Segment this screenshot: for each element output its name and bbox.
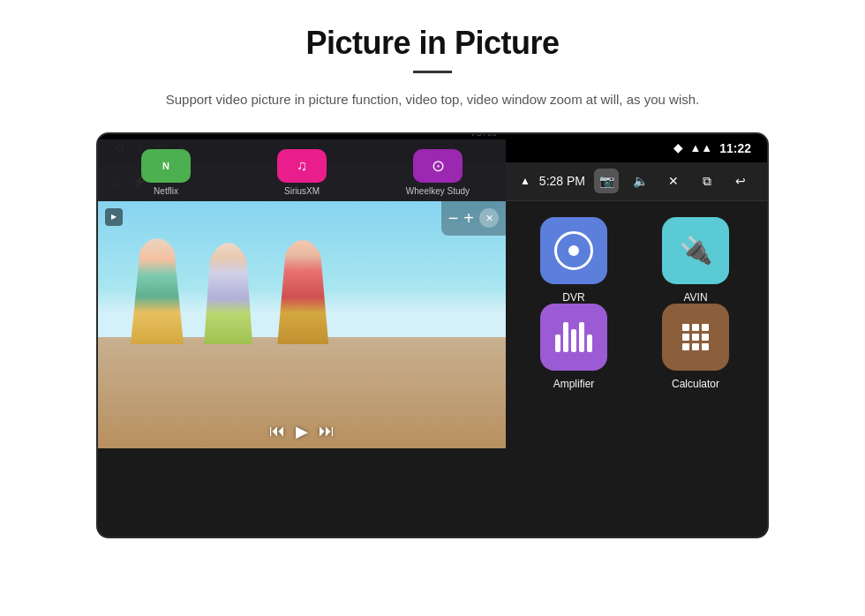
calc-key-1 — [682, 324, 689, 331]
calc-key-7 — [682, 343, 689, 350]
app-item-amplifier[interactable]: Amplifier — [513, 304, 635, 390]
netflix-icon: N — [141, 149, 191, 183]
dvr-dot — [568, 245, 579, 256]
siriusxm-label: SiriusXM — [284, 186, 320, 196]
page-subtitle: Support video picture in picture functio… — [166, 89, 699, 111]
apps-grid: DVR 🔌 AVIN — [502, 201, 767, 233]
pip-forward-btn[interactable]: ⏭ — [319, 422, 335, 440]
nav-bar-right: ▲ 5:28 PM 📷 🔈 ✕ ⧉ ↩ — [520, 169, 753, 193]
amp-bar-2 — [563, 322, 568, 352]
bottom-app-siriusxm[interactable]: ♫ SiriusXM — [234, 149, 370, 196]
bottom-app-wheelkey[interactable]: ⊙ Wheelkey Study — [370, 149, 506, 196]
page-title: Picture in Picture — [305, 25, 559, 62]
avin-pin-icon: 🔌 — [680, 235, 712, 266]
volume-nav-icon[interactable]: 🔈 — [628, 169, 652, 193]
avin-label: AVIN — [683, 291, 707, 304]
person-2 — [204, 243, 252, 344]
amplifier-label: Amplifier — [553, 378, 595, 390]
app-item-calculator[interactable]: Calculator — [635, 304, 756, 390]
status-time: 11:22 — [719, 141, 751, 155]
amp-bar-4 — [579, 322, 584, 352]
pip-nav-icon[interactable]: ⧉ — [695, 169, 719, 193]
calc-key-8 — [692, 343, 699, 350]
amp-bar-5 — [587, 334, 592, 352]
device-frame: ◁ ○ □ ♪ ◆ ▲▲ 11:22 ⌂ ⚡ ▲ 5:28 PM 📷 🔈 — [96, 132, 769, 538]
app-item-dvr[interactable]: DVR — [513, 217, 635, 304]
pip-container[interactable]: ▶ − + ✕ ⏮ ▶ ⏭ — [98, 201, 506, 448]
page-container: Picture in Picture Support video picture… — [0, 0, 865, 616]
dvr-icon — [540, 217, 607, 284]
dvr-label: DVR — [562, 291, 584, 304]
pip-close-btn[interactable]: ✕ — [479, 208, 499, 228]
calculator-icon — [662, 304, 729, 371]
calculator-label: Calculator — [672, 378, 719, 390]
app-item-avin[interactable]: 🔌 AVIN — [635, 217, 756, 304]
bottom-apps-row: N Netflix ♫ SiriusXM ⊙ Wheelkey Study — [98, 139, 506, 201]
close-icon: ✕ — [485, 213, 493, 224]
camera-nav-icon[interactable]: 📷 — [594, 169, 619, 193]
title-divider — [413, 71, 452, 73]
amplifier-icon — [540, 304, 607, 371]
netflix-text: N — [162, 161, 169, 171]
close-nav-icon[interactable]: ✕ — [661, 169, 686, 193]
pip-minus-btn[interactable]: − — [448, 208, 459, 229]
nav-time: 5:28 PM — [539, 174, 585, 188]
pip-video: ▶ − + ✕ ⏮ ▶ ⏭ — [98, 201, 506, 448]
pip-controls-bar: − + ✕ — [441, 201, 506, 236]
amp-bar-3 — [571, 329, 576, 352]
calc-key-6 — [702, 334, 709, 341]
pip-playback-controls: ⏮ ▶ ⏭ — [269, 422, 335, 441]
status-bar-right: ◆ ▲▲ 11:22 — [673, 141, 751, 155]
avin-icon: 🔌 — [662, 217, 729, 284]
pip-play-btn[interactable]: ▶ — [296, 422, 308, 441]
calc-key-2 — [692, 324, 699, 331]
siriusxm-symbol: ♫ — [297, 158, 307, 174]
wheelkey-icon: ⊙ — [413, 149, 463, 183]
wheelkey-label: Wheelkey Study — [406, 186, 470, 196]
amp-bars — [555, 322, 592, 352]
bottom-app-netflix[interactable]: N Netflix — [98, 149, 234, 196]
video-play-icon: ▶ — [111, 213, 117, 221]
pip-rewind-btn[interactable]: ⏮ — [269, 422, 285, 440]
calc-key-9 — [702, 343, 709, 350]
watermark: VC799 — [470, 132, 497, 138]
calc-grid — [677, 319, 714, 356]
netflix-label: Netflix — [154, 186, 178, 196]
wifi-icon: ▲ — [520, 175, 530, 187]
pip-plus-btn[interactable]: + — [463, 208, 474, 229]
amp-bar-1 — [555, 334, 560, 352]
calc-key-3 — [702, 324, 709, 331]
location-icon: ◆ — [673, 141, 682, 154]
pip-video-indicator: ▶ — [105, 208, 123, 226]
wheelkey-symbol: ⊙ — [432, 156, 445, 176]
back-nav-btn[interactable]: ↩ — [728, 169, 753, 193]
dvr-inner — [554, 231, 593, 270]
siriusxm-icon: ♫ — [277, 149, 327, 183]
calc-key-4 — [682, 334, 689, 341]
signal-icon: ▲▲ — [689, 141, 712, 154]
calc-key-5 — [692, 334, 699, 341]
